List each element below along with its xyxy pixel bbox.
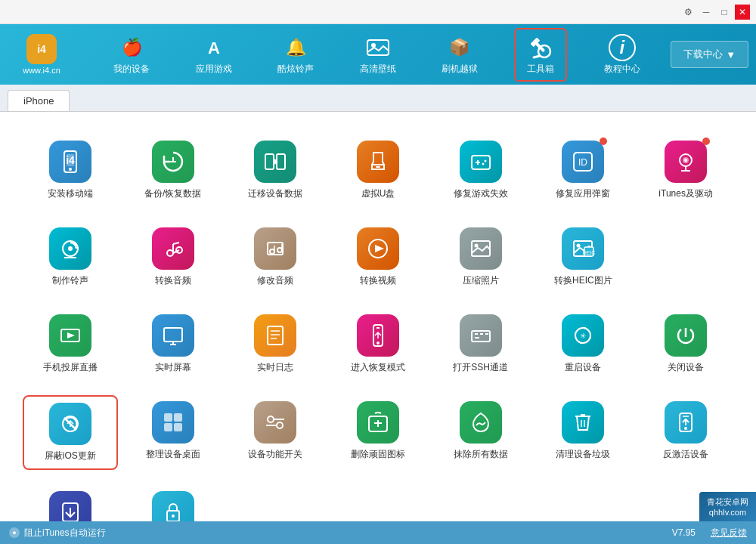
nav-label-tutorial: 教程中心 [604, 63, 640, 76]
download-button[interactable]: 下载中心 ▼ [671, 41, 748, 68]
svg-point-103 [172, 515, 175, 518]
settings-icon[interactable]: ⚙ [680, 5, 696, 20]
tool-recovery-mode[interactable]: 进入恢复模式 [330, 308, 426, 380]
clean-junk-label: 清理设备垃圾 [556, 448, 610, 461]
wipe-data-label: 抹除所有数据 [454, 448, 508, 461]
tool-reboot-device[interactable]: ✳ 重启设备 [536, 308, 631, 380]
tool-clean-junk[interactable]: 清理设备垃圾 [536, 395, 631, 470]
tool-block-ios-update[interactable]: 屏蔽iOS更新 [23, 395, 118, 470]
tool-real-screen[interactable]: 实时屏幕 [125, 308, 221, 380]
tool-edit-audio[interactable]: 修改音频 [228, 221, 323, 293]
tool-device-toggle[interactable]: 设备功能开关 [228, 395, 323, 470]
tool-access-limit[interactable]: 访问限制 [125, 485, 221, 521]
nav-items: 🍎 我的设备 A 应用游戏 🔔 酷炫铃声 高清壁纸 📦 刷机越狱 [91, 28, 663, 82]
tool-shutdown-device[interactable]: 关闭设备 [638, 308, 733, 380]
watermark-line2: qhhlv.com [707, 508, 748, 517]
svg-rect-58 [268, 326, 283, 345]
nav-label-jailbreak: 刷机越狱 [442, 63, 478, 76]
fix-app-label: 修复应用弹窗 [556, 187, 610, 200]
convert-video-icon [357, 227, 399, 270]
nav-item-ringtones[interactable]: 🔔 酷炫铃声 [268, 29, 323, 80]
tool-fix-app[interactable]: ID 修复应用弹窗 [536, 134, 631, 206]
tool-arrange-desktop[interactable]: 整理设备桌面 [125, 395, 221, 470]
migrate-data-icon [254, 141, 296, 183]
itunes-badge [702, 138, 710, 145]
open-ssh-label: 打开SSH通道 [453, 361, 508, 374]
tool-compress-photo[interactable]: 压缩照片 [433, 221, 528, 293]
tool-screen-live[interactable]: 手机投屏直播 [23, 308, 118, 380]
svg-rect-47 [472, 241, 490, 256]
tool-wipe-data[interactable]: 抹除所有数据 [433, 395, 528, 470]
tool-download-fw[interactable]: 下载固件 [23, 485, 118, 521]
reboot-device-label: 重启设备 [565, 361, 601, 374]
tab-iphone[interactable]: iPhone [8, 90, 70, 111]
bell-icon: 🔔 [282, 34, 309, 61]
fix-app-badge [600, 138, 607, 145]
close-button[interactable]: ✕ [735, 5, 750, 20]
status-left: ● 阻止iTunes自动运行 [9, 527, 106, 539]
open-ssh-icon [460, 314, 502, 357]
delete-stubborn-icon [357, 401, 399, 444]
watermark-line1: 青花安卓网 [707, 496, 748, 508]
device-toggle-icon [254, 401, 296, 444]
reboot-device-icon: ✳ [562, 314, 604, 357]
feedback-text[interactable]: 意见反馈 [711, 527, 747, 539]
svg-rect-84 [174, 423, 182, 431]
svg-rect-19 [472, 156, 490, 169]
compress-photo-icon [460, 227, 502, 270]
svg-point-35 [167, 250, 173, 256]
tool-make-ringtone[interactable]: 制作铃声 [23, 221, 118, 293]
real-log-label: 实时日志 [257, 361, 293, 374]
tool-itunes-driver[interactable]: iTunes及驱动 [638, 134, 733, 206]
tool-virtual-udisk[interactable]: 虚拟U盘 [330, 134, 426, 206]
screen-live-icon [49, 314, 91, 357]
svg-text:ID: ID [578, 157, 587, 168]
nav-item-my-device[interactable]: 🍎 我的设备 [104, 29, 159, 80]
install-app-icon: i4 [49, 141, 91, 183]
info-icon: i [609, 34, 636, 61]
tool-real-log[interactable]: 实时日志 [228, 308, 323, 380]
download-fw-icon [49, 491, 91, 521]
box-icon: 📦 [446, 34, 473, 61]
nav-item-app-games[interactable]: A 应用游戏 [187, 29, 241, 80]
access-limit-icon [152, 491, 194, 521]
appstore-icon: A [200, 34, 228, 61]
svg-rect-18 [376, 166, 380, 168]
backup-restore-label: 备份/恢复数据 [144, 187, 201, 200]
itunes-status-icon: ● [9, 527, 20, 538]
nav-item-wallpaper[interactable]: 高清壁纸 [351, 29, 405, 80]
svg-point-23 [482, 163, 484, 165]
tool-open-ssh[interactable]: 打开SSH通道 [433, 308, 528, 380]
svg-rect-55 [164, 328, 182, 342]
tool-de-activate[interactable]: 反激活设备 [638, 395, 733, 470]
svg-point-48 [474, 244, 478, 248]
nav-item-jailbreak[interactable]: 📦 刷机越狱 [432, 29, 487, 80]
device-toggle-label: 设备功能开关 [248, 448, 302, 461]
svg-rect-83 [164, 423, 172, 431]
fix-app-icon: ID [562, 141, 604, 183]
itunes-status-text: 阻止iTunes自动运行 [24, 527, 106, 539]
install-app-label: 安装移动端 [48, 187, 93, 200]
fix-game-icon [460, 141, 502, 183]
nav-label-toolbox: 工具箱 [527, 63, 554, 76]
tool-fix-game[interactable]: 修复游戏失效 [433, 134, 528, 206]
tool-backup-restore[interactable]: 备份/恢复数据 [125, 134, 221, 206]
tool-convert-heic[interactable]: HEIC 转换HEIC图片 [536, 221, 631, 293]
minimize-button[interactable]: ─ [699, 5, 714, 20]
tool-convert-video[interactable]: 转换视频 [330, 221, 426, 293]
convert-video-label: 转换视频 [360, 274, 396, 287]
shutdown-device-label: 关闭设备 [668, 361, 704, 374]
nav-item-toolbox[interactable]: 工具箱 [514, 28, 567, 82]
convert-heic-icon: HEIC [562, 227, 604, 270]
svg-text:✳: ✳ [580, 332, 586, 340]
tool-delete-stubborn[interactable]: 删除顽固图标 [330, 395, 426, 470]
maximize-button[interactable]: □ [717, 5, 732, 20]
tool-migrate-data[interactable]: 迁移设备数据 [228, 134, 323, 206]
wrench-icon [527, 34, 554, 61]
tool-convert-audio[interactable]: 转换音频 [125, 221, 221, 293]
block-ios-update-icon [49, 403, 91, 445]
watermark: 青花安卓网 qhhlv.com [699, 492, 756, 521]
nav-item-tutorial[interactable]: i 教程中心 [595, 29, 649, 80]
convert-audio-label: 转换音频 [155, 274, 191, 287]
tool-install-app[interactable]: i4 安装移动端 [23, 134, 118, 206]
